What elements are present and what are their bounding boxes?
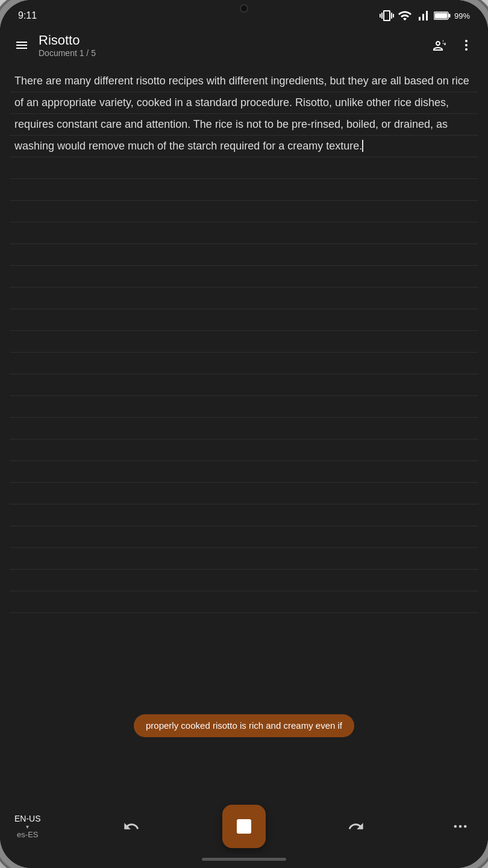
line	[10, 461, 478, 461]
phone-frame: 9:11 99%	[0, 0, 488, 868]
line	[10, 504, 478, 505]
lang-secondary: es-ES	[17, 830, 38, 839]
line	[10, 395, 478, 396]
redo-icon	[348, 818, 364, 835]
lang-primary: EN-US	[14, 814, 41, 823]
more-options-button[interactable]	[447, 813, 474, 840]
battery-icon	[434, 11, 451, 20]
svg-point-5	[465, 48, 468, 51]
undo-icon	[123, 818, 140, 835]
tts-icon	[433, 38, 447, 52]
suggestion-text: properly cooked risotto is rich and crea…	[146, 720, 342, 731]
line	[10, 200, 478, 201]
svg-point-4	[465, 44, 468, 46]
line	[10, 244, 478, 244]
line	[10, 374, 478, 374]
vibrate-icon	[380, 8, 394, 23]
app-bar-actions	[428, 33, 478, 57]
stop-icon	[237, 819, 251, 834]
language-selector[interactable]: EN-US ▾ es-ES	[14, 814, 41, 839]
document-subtitle: Document 1 / 5	[39, 48, 428, 58]
more-vertical-icon	[459, 38, 474, 52]
status-icons: 99%	[380, 8, 470, 23]
tts-button[interactable]	[428, 33, 452, 57]
signal-icon	[416, 8, 430, 23]
line	[10, 612, 478, 613]
app-bar: Risotto Document 1 / 5	[0, 28, 488, 63]
lined-area: There are many different risotto recipes…	[10, 63, 478, 797]
line	[10, 330, 478, 331]
text-cursor	[362, 140, 363, 152]
svg-point-7	[459, 825, 462, 828]
screen: 9:11 99%	[0, 0, 488, 868]
document-title: Risotto	[39, 33, 428, 48]
undo-button[interactable]	[118, 813, 145, 840]
more-button[interactable]	[454, 33, 478, 57]
svg-point-8	[464, 825, 467, 828]
svg-rect-2	[434, 13, 447, 19]
line	[10, 526, 478, 526]
line	[10, 482, 478, 483]
line	[10, 265, 478, 266]
redo-button[interactable]	[343, 813, 369, 840]
document-text: There are many different risotto recipes…	[14, 75, 469, 152]
line	[10, 352, 478, 353]
status-time: 9:11	[18, 10, 37, 21]
battery-percent: 99%	[454, 11, 470, 20]
app-bar-title: Risotto Document 1 / 5	[34, 33, 428, 58]
home-bar	[202, 858, 286, 861]
menu-icon	[14, 38, 29, 52]
line	[10, 287, 478, 288]
document-body[interactable]: There are many different risotto recipes…	[10, 70, 478, 157]
line	[10, 547, 478, 548]
more-horizontal-icon	[452, 818, 469, 835]
line	[10, 178, 478, 179]
line	[10, 417, 478, 418]
menu-button[interactable]	[10, 33, 34, 57]
lang-chevron: ▾	[26, 823, 29, 830]
line	[10, 309, 478, 309]
content-area[interactable]: There are many different risotto recipes…	[0, 63, 488, 797]
line	[10, 569, 478, 570]
line	[10, 439, 478, 439]
record-stop-button[interactable]	[222, 805, 266, 848]
notch	[220, 0, 268, 17]
home-indicator	[0, 858, 488, 868]
camera	[240, 4, 248, 13]
suggestion-bar[interactable]: properly cooked risotto is rich and crea…	[134, 714, 354, 737]
line	[10, 222, 478, 222]
line	[10, 591, 478, 591]
line	[10, 157, 478, 157]
wifi-icon	[398, 8, 412, 23]
svg-rect-1	[448, 14, 450, 17]
bottom-toolbar: EN-US ▾ es-ES	[0, 797, 488, 858]
svg-point-3	[465, 40, 468, 42]
svg-point-6	[454, 825, 457, 828]
